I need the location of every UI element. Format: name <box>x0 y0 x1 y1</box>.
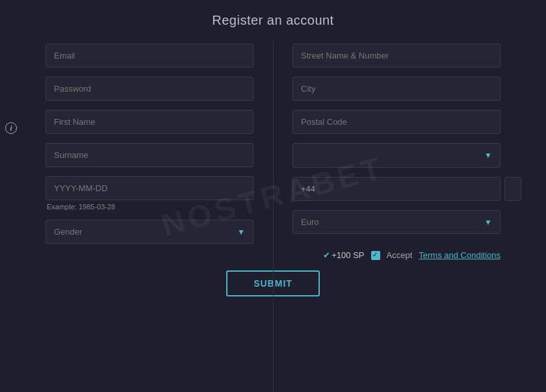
gender-group: Gender ▼ <box>46 220 254 244</box>
currency-group: Euro ▼ <box>292 210 500 234</box>
firstname-group <box>46 110 254 134</box>
street-group <box>292 44 500 68</box>
gender-label: Gender <box>54 227 82 237</box>
currency-select[interactable]: Euro ▼ <box>292 210 500 234</box>
info-icon[interactable]: i <box>5 122 17 134</box>
form-area: Example: 1985-03-28 Gender ▼ <box>20 44 526 244</box>
page-title: Register an account <box>212 13 333 28</box>
right-column: ▼ Euro ▼ <box>273 44 526 244</box>
password-input[interactable] <box>46 77 254 101</box>
sp-badge: ✔ +100 SP <box>323 250 364 260</box>
phone-group <box>292 177 500 201</box>
email-input[interactable] <box>46 44 254 68</box>
currency-label: Euro <box>301 217 318 227</box>
dob-hint: Example: 1985-03-28 <box>46 203 254 211</box>
password-group <box>46 77 254 101</box>
gender-chevron-icon: ▼ <box>237 228 245 237</box>
country-select[interactable]: ▼ <box>292 143 500 168</box>
country-group: ▼ <box>292 143 500 168</box>
accept-label: Accept <box>387 250 413 260</box>
mobile-input[interactable] <box>504 177 521 201</box>
city-group <box>292 77 500 101</box>
surname-input[interactable] <box>46 143 254 167</box>
sp-checkmark-icon: ✔ <box>323 250 330 260</box>
country-chevron-icon: ▼ <box>484 151 492 160</box>
street-input[interactable] <box>292 44 500 68</box>
postal-input[interactable] <box>292 110 500 134</box>
terms-checkbox[interactable] <box>371 251 380 260</box>
currency-chevron-icon: ▼ <box>484 218 492 227</box>
city-input[interactable] <box>292 77 500 101</box>
terms-link[interactable]: Terms and Conditions <box>419 250 500 260</box>
surname-group <box>46 143 254 167</box>
phone-row <box>292 177 500 201</box>
register-container: NOSTRABET Register an account i Example:… <box>0 0 546 392</box>
dob-group: Example: 1985-03-28 <box>46 176 254 211</box>
left-column: Example: 1985-03-28 Gender ▼ <box>20 44 273 244</box>
email-group <box>46 44 254 68</box>
gender-select[interactable]: Gender ▼ <box>46 220 254 244</box>
phone-code-input[interactable] <box>292 177 500 201</box>
firstname-input[interactable] <box>46 110 254 134</box>
sp-badge-text: +100 SP <box>332 250 364 260</box>
postal-group <box>292 110 500 134</box>
dob-input[interactable] <box>46 176 254 200</box>
